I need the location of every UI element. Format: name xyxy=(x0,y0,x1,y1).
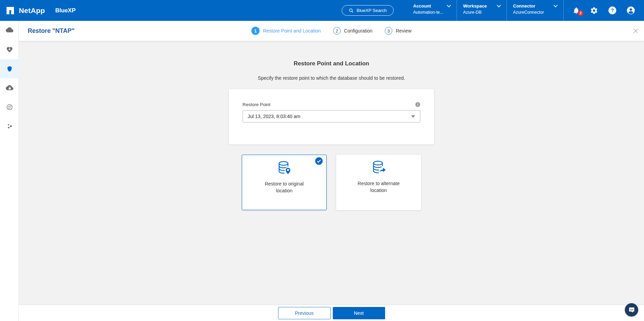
restore-original-location-card[interactable]: Restore to original location xyxy=(242,155,327,210)
check-badge-icon xyxy=(315,157,323,165)
sidebar-item-backup[interactable] xyxy=(0,78,19,98)
topbar-action-icons: 2 ? xyxy=(559,0,644,21)
nodes-icon xyxy=(6,123,13,130)
heart-plus-icon xyxy=(6,46,13,53)
previous-button[interactable]: Previous xyxy=(278,307,331,319)
step-1-circle: 1 xyxy=(251,27,260,35)
brand-company-name: NetApp xyxy=(19,7,45,15)
sidebar-item-health[interactable] xyxy=(0,40,19,59)
database-location-icon xyxy=(276,160,292,176)
account-menu[interactable]: Account Automation-te... xyxy=(407,0,457,21)
workspace-menu[interactable]: Workspace Azure-DB xyxy=(457,0,507,21)
svg-text:?: ? xyxy=(611,8,614,13)
info-icon[interactable]: i xyxy=(415,102,420,107)
chat-bubble-icon xyxy=(628,307,635,313)
gear-icon xyxy=(590,7,598,15)
restore-point-value: Jul 13, 2023, 8:03:40 am xyxy=(248,114,411,119)
wizard-content: Restore Point and Location Specify the r… xyxy=(19,41,644,305)
sidebar-item-protection[interactable] xyxy=(0,59,19,78)
next-button[interactable]: Next xyxy=(333,307,385,319)
context-menus: Account Automation-te... Workspace Azure… xyxy=(407,0,564,21)
step-configuration[interactable]: 2 Configuration xyxy=(333,27,372,35)
database-share-icon xyxy=(371,160,386,176)
bluexp-app: NetApp BlueXP BlueXP Search Account Auto… xyxy=(0,0,644,321)
sidebar-item-sync[interactable] xyxy=(0,98,19,117)
close-icon xyxy=(633,28,639,34)
step-2-circle: 2 xyxy=(333,27,341,35)
restore-alternate-location-label: Restore to alternate location xyxy=(351,180,406,194)
chevron-down-icon xyxy=(497,5,501,8)
chevron-down-icon xyxy=(553,5,558,8)
cloud-lock-icon xyxy=(6,84,13,92)
sidebar-item-extensions[interactable] xyxy=(0,117,19,136)
workspace-menu-label: Workspace xyxy=(463,3,487,9)
wizard-steps: 1 Restore Point and Location 2 Configura… xyxy=(19,21,644,41)
step-3-label: Review xyxy=(396,28,411,34)
step-1-label: Restore Point and Location xyxy=(263,28,321,34)
restore-point-select[interactable]: Jul 13, 2023, 8:03:40 am xyxy=(242,110,420,123)
notification-count-badge: 2 xyxy=(578,10,583,16)
wizard-footer: Previous Next xyxy=(19,305,644,321)
notifications-button[interactable]: 2 xyxy=(573,7,580,15)
account-menu-value: Automation-te... xyxy=(413,10,451,15)
restore-point-label: Restore Point xyxy=(242,102,271,107)
location-options: Restore to original location xyxy=(19,155,644,210)
cloud-icon xyxy=(6,27,13,34)
workspace-menu-value: Azure-DB xyxy=(463,10,501,15)
sync-circle-icon xyxy=(6,104,13,111)
restore-original-location-label: Restore to original location xyxy=(257,180,312,194)
help-button[interactable]: ? xyxy=(608,6,617,15)
connector-menu[interactable]: Connector AzureConnector xyxy=(507,0,564,21)
step-restore-point-and-location[interactable]: 1 Restore Point and Location xyxy=(251,27,321,35)
account-icon xyxy=(627,6,635,15)
user-account-button[interactable] xyxy=(627,6,635,15)
chevron-down-icon xyxy=(447,5,451,8)
account-menu-label: Account xyxy=(413,3,431,9)
page-subtitle: Specify the restore point to which the d… xyxy=(19,75,644,81)
search-label: BlueXP Search xyxy=(357,8,387,13)
netapp-logo-icon xyxy=(6,6,15,15)
settings-button[interactable] xyxy=(590,7,598,15)
connector-menu-value: AzureConnector xyxy=(513,10,558,15)
bluexp-search-button[interactable]: BlueXP Search xyxy=(342,5,394,16)
brand-product-name: BlueXP xyxy=(55,7,76,14)
sidebar-item-storage[interactable] xyxy=(0,21,19,40)
restore-alternate-location-card[interactable]: Restore to alternate location xyxy=(336,155,421,210)
left-sidebar xyxy=(0,21,19,321)
step-2-label: Configuration xyxy=(344,28,372,34)
step-3-circle: 3 xyxy=(385,27,392,35)
wizard-header: Restore "NTAP" 1 Restore Point and Locat… xyxy=(19,21,644,41)
restore-point-card: Restore Point i Jul 13, 2023, 8:03:40 am xyxy=(229,89,434,144)
chat-support-button[interactable] xyxy=(625,303,638,317)
brand-logo[interactable]: NetApp BlueXP xyxy=(6,0,76,21)
shield-icon xyxy=(6,66,13,72)
search-icon xyxy=(349,8,354,13)
connector-menu-label: Connector xyxy=(513,3,535,9)
step-review[interactable]: 3 Review xyxy=(385,27,411,35)
page-title: Restore Point and Location xyxy=(19,60,644,67)
svg-text:i: i xyxy=(417,103,418,106)
close-wizard-button[interactable] xyxy=(633,28,639,34)
caret-down-icon xyxy=(411,115,415,118)
help-icon: ? xyxy=(608,6,617,15)
top-navigation-bar: NetApp BlueXP BlueXP Search Account Auto… xyxy=(0,0,644,21)
